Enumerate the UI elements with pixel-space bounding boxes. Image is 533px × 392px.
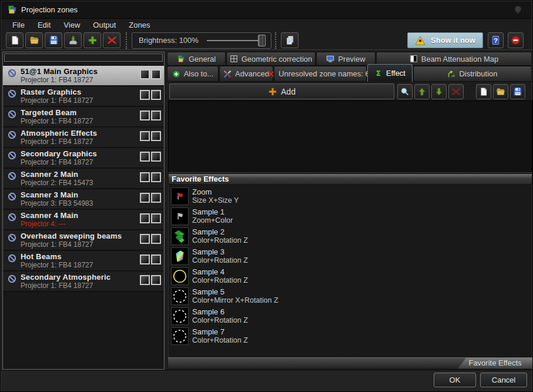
zone-toggle-box-1[interactable] <box>140 131 150 141</box>
zone-toggle-box-1[interactable] <box>140 110 150 120</box>
zone-item[interactable]: Atmospheric EffectsProjector 1: FB4 1872… <box>3 128 164 148</box>
favorite-effect-item[interactable]: Sample 5Color+Mirror X+Rotation Z <box>169 287 532 307</box>
new-zone-file-button[interactable] <box>6 32 24 48</box>
zone-item[interactable]: Overhead sweeping beamsProjector 1: FB4 … <box>3 230 164 251</box>
favorite-effect-item[interactable]: Sample 3Color+Rotation Z <box>169 247 532 267</box>
zone-item[interactable]: Raster GraphicsProjector 1: FB4 18727 <box>3 86 164 107</box>
help-button[interactable]: ? <box>488 32 504 48</box>
add-effect-button[interactable]: Add <box>169 83 394 99</box>
zone-toggle-box-1[interactable] <box>140 193 150 203</box>
zone-toggle-boxes <box>140 254 161 264</box>
save-zone-file-button[interactable] <box>45 32 62 48</box>
zone-toggle-box-2[interactable] <box>151 172 161 182</box>
zone-toggle-box-1[interactable] <box>140 90 150 100</box>
zone-item[interactable]: Secondary AtmosphericProjector 1: FB4 18… <box>3 272 164 292</box>
yellow-circle-icon <box>171 267 189 285</box>
zone-toggle-boxes <box>140 193 161 203</box>
tab-also-to[interactable]: Also to... <box>167 66 219 82</box>
zone-toggle-box-2[interactable] <box>151 110 161 120</box>
copy-zones-button[interactable] <box>281 32 299 48</box>
tab-advanced[interactable]: Advanced <box>219 66 273 82</box>
move-effect-down-button[interactable] <box>431 84 447 99</box>
delete-zone-button[interactable] <box>103 32 120 48</box>
tab-favorite-effects[interactable]: Favorite Effects <box>458 358 532 368</box>
menu-zones[interactable]: Zones <box>122 19 156 31</box>
zone-toggle-boxes <box>140 131 161 141</box>
favorite-effects-list: ZoomSize X+Size YSample 1Zoom+ColorSampl… <box>168 185 532 357</box>
ok-button[interactable]: OK <box>434 373 476 387</box>
delete-effect-button[interactable] <box>448 84 464 99</box>
show-it-now-button[interactable]: * Show it now <box>407 32 483 48</box>
zone-item[interactable]: Scanner 2 MainProjector 2: FB4 15473 <box>3 169 164 189</box>
zone-item[interactable]: Hot BeamsProjector 1: FB4 18727 <box>3 251 164 272</box>
move-effect-up-button[interactable] <box>414 84 430 99</box>
tab-general[interactable]: General <box>167 52 226 66</box>
open-effect-file-button[interactable] <box>493 84 508 99</box>
zone-toggle-box-1[interactable] <box>140 69 150 79</box>
favorite-effect-desc: Size X+Size Y <box>192 196 239 205</box>
zone-toggle-box-2[interactable] <box>151 234 161 244</box>
brightness-slider-handle[interactable] <box>258 35 266 46</box>
save-effect-file-button[interactable] <box>510 84 525 99</box>
brightness-group: Brightness: 100% <box>132 32 271 49</box>
zone-toggle-boxes <box>140 110 161 120</box>
zone-toggle-box-2[interactable] <box>151 131 161 141</box>
open-zone-file-button[interactable] <box>25 32 43 48</box>
zone-toggle-box-2[interactable] <box>151 69 161 79</box>
red-flag-icon <box>171 187 189 205</box>
brightness-slider[interactable] <box>207 40 264 41</box>
zone-toggle-box-1[interactable] <box>140 172 150 182</box>
zone-toggle-box-2[interactable] <box>151 254 161 264</box>
tab-geometric-correction[interactable]: Geometric correction <box>226 52 316 66</box>
menu-edit[interactable]: Edit <box>31 19 57 31</box>
checkin-zones-button[interactable] <box>64 32 82 48</box>
zone-toggle-box-2[interactable] <box>151 275 161 285</box>
tab-label: Geometric correction <box>242 55 313 63</box>
tab-preview[interactable]: Preview <box>316 52 376 66</box>
zone-projector: Projector 1: FB4 18727 <box>21 117 93 125</box>
zone-item[interactable]: Scanner 4 MainProjector 4: --- <box>3 210 164 230</box>
favorite-effect-item[interactable]: Sample 1Zoom+Color <box>169 207 532 227</box>
tab-effect[interactable]: ΣEffect <box>367 64 413 82</box>
tab-unresolved-zone-names-65[interactable]: Unresolved zone names: 65 <box>274 66 367 82</box>
tab-row-top: GeneralGeometric correctionPreviewBeam A… <box>167 52 532 66</box>
zone-item[interactable]: Secondary GraphicsProjector 1: FB4 18727 <box>3 148 164 169</box>
zone-toggle-box-2[interactable] <box>151 193 161 203</box>
favorite-effect-item[interactable]: Sample 6Color+Rotation Z <box>169 307 532 327</box>
search-effect-button[interactable] <box>397 84 413 99</box>
favorite-effect-item[interactable]: ZoomSize X+Size Y <box>169 187 532 207</box>
zone-toggle-box-1[interactable] <box>140 234 150 244</box>
zone-toggle-box-2[interactable] <box>151 90 161 100</box>
copy-icon <box>285 35 295 45</box>
new-effect-file-button[interactable] <box>476 84 491 99</box>
menu-output[interactable]: Output <box>86 19 122 31</box>
zone-item[interactable]: Targeted BeamProjector 1: FB4 18727 <box>3 107 164 128</box>
favorite-effect-item[interactable]: Sample 4Color+Rotation Z <box>169 267 532 287</box>
prohibition-icon <box>8 274 16 283</box>
tab-label: Preview <box>338 55 365 63</box>
add-zone-button[interactable] <box>83 32 101 48</box>
zone-toggle-boxes <box>140 234 161 244</box>
prohibition-icon <box>8 151 16 160</box>
stop-output-button[interactable] <box>508 32 524 48</box>
down-arrow-icon <box>434 87 444 96</box>
zone-toggle-box-1[interactable] <box>140 213 150 223</box>
zone-item[interactable]: Scanner 3 MainProjector 3: FB3 54983 <box>3 189 164 210</box>
cancel-button[interactable]: Cancel <box>480 373 527 387</box>
zone-toggle-box-2[interactable] <box>151 152 161 162</box>
zone-toggle-box-2[interactable] <box>151 213 161 223</box>
zone-toggle-box-1[interactable] <box>140 275 150 285</box>
zone-toggle-box-1[interactable] <box>140 152 150 162</box>
effect-stack-area[interactable] <box>168 100 532 173</box>
tab-distribution[interactable]: Distribution <box>413 66 532 82</box>
dialog-footer: OK Cancel <box>1 370 532 392</box>
zone-item[interactable]: 51@1 Main GraphicsProjector 1: FB4 18727 <box>3 66 164 86</box>
zone-toggle-box-1[interactable] <box>140 254 150 264</box>
favorite-effect-item[interactable]: Sample 2Color+Rotation Z <box>169 227 532 247</box>
sigma-icon: Σ <box>374 69 383 78</box>
menu-file[interactable]: File <box>6 19 31 31</box>
menu-view[interactable]: View <box>57 19 86 31</box>
lamp-icon <box>513 5 523 15</box>
favorite-effect-item[interactable]: Sample 7Color+Rotation Z <box>169 327 532 347</box>
zone-toggle-boxes <box>140 213 161 223</box>
